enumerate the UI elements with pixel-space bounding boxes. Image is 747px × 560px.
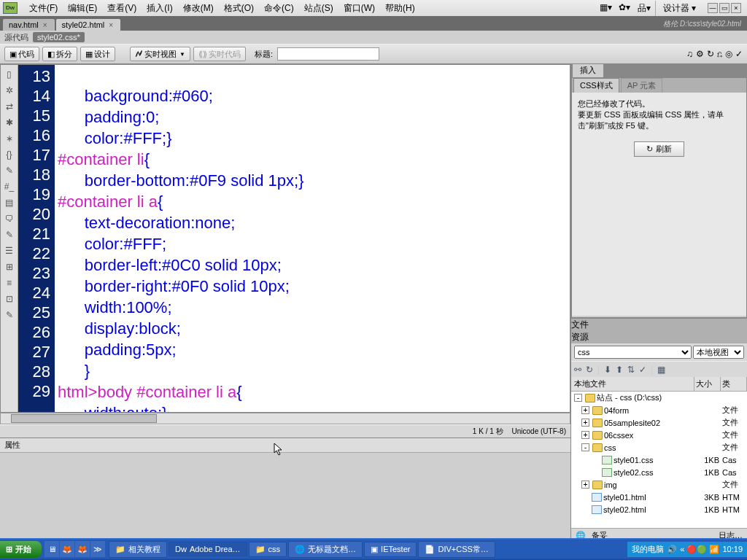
view-select[interactable]: 本地视图 [693,346,744,359]
tool-icon[interactable]: #_ [1,179,18,195]
menu-help[interactable]: 帮助(H) [381,1,419,16]
properties-title[interactable]: 属性 [4,440,20,451]
get-icon[interactable]: ⬇ [604,365,611,375]
tool-icon[interactable]: ✎ [1,163,18,179]
task-button[interactable]: 📁 css [249,542,287,557]
right-panel-group: 插入 CSS样式 AP 元素 您已经修改了代码。 要更新 CSS 面板或编辑 C… [570,64,747,542]
file-size: 1 K / 1 秒 [473,427,503,437]
tool-icon[interactable]: ≡ [1,275,18,291]
title-input[interactable] [277,47,379,61]
tab-style02-html[interactable]: style02.html× [56,19,121,31]
code-editor[interactable]: ▯ ✲ ⇄ ✱ ∗ {} ✎ #_ ▤ 🗨 ✎ ☰ ⊞ ≡ ⊡ ✎ 131415… [0,64,570,413]
tool-icon[interactable]: ▯ [1,66,18,82]
menu-site[interactable]: 站点(S) [300,1,338,16]
tab-resources[interactable]: 资源 [571,331,747,343]
app-logo-icon: Dw [3,2,18,14]
toolbar-icon[interactable]: ⚙ [696,49,704,59]
layout-icon[interactable]: ▦▾ [600,2,614,14]
task-button[interactable]: 📁 相关教程 [109,541,167,558]
code-view-button[interactable]: ▣ 代码 [4,47,39,61]
col-name[interactable]: 本地文件 [571,377,694,391]
source-code-link[interactable]: 源代码 [4,32,28,43]
status-bar: 1 K / 1 秒 Unicode (UTF-8) [0,424,570,438]
expand-icon[interactable]: ▦ [657,365,665,375]
menu-window[interactable]: 窗口(W) [339,1,379,16]
tray-text: 我的电脑 [632,544,664,555]
connect-icon[interactable]: ⚯ [574,365,581,375]
task-button[interactable]: 📄 DIV+CSS常… [418,541,495,558]
tool-icon[interactable]: ✎ [1,307,18,323]
menu-modify[interactable]: 修改(M) [179,1,218,16]
menu-format[interactable]: 格式(O) [220,1,258,16]
quicklaunch-icon[interactable]: 🦊 [75,541,90,557]
maximize-button[interactable]: ▭ [719,3,729,13]
menu-bar: Dw 文件(F) 编辑(E) 查看(V) 插入(I) 修改(M) 格式(O) 命… [0,0,747,16]
menu-command[interactable]: 命令(C) [260,1,298,16]
extend-icon[interactable]: ✿▾ [619,2,633,14]
tray-icon[interactable]: 🔊 [667,545,677,554]
task-button[interactable]: ▣ IETester [364,542,417,557]
menu-edit[interactable]: 编辑(E) [63,1,101,16]
toolbar-icon[interactable]: ◎ [725,49,732,59]
line-gutter: 1314151617181920212223242526272829 [18,65,55,412]
tab-ap-elements[interactable]: AP 元素 [621,78,663,93]
task-button[interactable]: Dw Adobe Drea… [169,542,247,556]
file-tree[interactable]: 本地文件大小类 -站点 - css (D:\css) +04form文件 +05… [571,377,747,528]
tool-icon[interactable]: ✲ [1,82,18,98]
refresh-button[interactable]: ↻ 刷新 [634,141,684,157]
tool-icon[interactable]: {} [1,147,18,163]
code-vertical-toolbar: ▯ ✲ ⇄ ✱ ∗ {} ✎ #_ ▤ 🗨 ✎ ☰ ⊞ ≡ ⊡ ✎ [1,65,18,412]
site-select[interactable]: css [574,346,692,359]
insert-panel-header[interactable]: 插入 [571,64,747,77]
tab-nav-html[interactable]: nav.html× [3,19,55,31]
clock[interactable]: 10:19 [722,545,743,553]
related-files-bar: 源代码 style02.css* [0,31,747,44]
tool-icon[interactable]: 🗨 [1,211,18,227]
checkout-icon[interactable]: ✓ [639,365,646,375]
tool-icon[interactable]: ▤ [1,195,18,211]
close-icon[interactable]: × [43,21,47,29]
toolbar-icon[interactable]: ♫ [686,49,693,59]
live-code-button[interactable]: ⟪⟫ 实时代码 [193,47,246,61]
menu-insert[interactable]: 插入(I) [142,1,177,16]
refresh-icon[interactable]: ↻ [707,49,714,59]
live-view-button[interactable]: 🗲 实时视图▼ [130,47,190,61]
task-button[interactable]: 🌐 无标题文档… [288,541,363,558]
workspace-switcher[interactable]: 设计器 ▾ [655,1,703,16]
document-toolbar: ▣ 代码 ◧ 拆分 ▦ 设计 🗲 实时视图▼ ⟪⟫ 实时代码 标题: ♫ ⚙ ↻… [0,44,747,64]
quicklaunch-icon[interactable]: ≫ [90,541,105,557]
site-icon[interactable]: 品▾ [638,2,652,14]
horizontal-scrollbar[interactable] [0,413,570,424]
refresh-icon[interactable]: ↻ [586,365,593,375]
tool-icon[interactable]: ∗ [1,131,18,147]
tool-icon[interactable]: ⊡ [1,291,18,307]
check-icon[interactable]: ✓ [735,49,743,59]
quicklaunch-icon[interactable]: 🖥 [44,541,59,557]
put-icon[interactable]: ⬆ [616,365,623,375]
code-text[interactable]: background:#060; padding:0; color:#FFF;}… [55,65,570,412]
tab-files[interactable]: 文件 [571,319,747,331]
menu-view[interactable]: 查看(V) [103,1,141,16]
tool-icon[interactable]: ✎ [1,227,18,243]
minimize-button[interactable]: — [708,3,718,13]
col-type[interactable]: 类 [721,377,747,391]
css-file-link[interactable]: style02.css* [33,32,85,42]
sync-icon[interactable]: ⇅ [627,365,635,375]
title-label: 标题: [255,49,273,60]
close-button[interactable]: × [731,3,741,13]
tool-icon[interactable]: ⊞ [1,259,18,275]
tool-icon[interactable]: ⇄ [1,98,18,114]
tab-css-styles[interactable]: CSS样式 [573,78,619,93]
menu-file[interactable]: 文件(F) [25,1,62,16]
tool-icon[interactable]: ✱ [1,114,18,131]
quicklaunch-icon[interactable]: 🦊 [60,541,74,557]
tool-icon[interactable]: ☰ [1,243,18,259]
windows-taskbar: ⊞ 开始 🖥 🦊 🦊 ≫ 📁 相关教程 Dw Adobe Drea… 📁 css… [0,538,747,560]
col-size[interactable]: 大小 [694,377,721,391]
close-icon[interactable]: × [109,21,113,29]
encoding: Unicode (UTF-8) [512,427,566,435]
start-button[interactable]: ⊞ 开始 [0,541,42,558]
design-view-button[interactable]: ▦ 设计 [80,47,115,61]
split-view-button[interactable]: ◧ 拆分 [42,47,77,61]
toolbar-icon[interactable]: ⎌ [717,49,722,59]
